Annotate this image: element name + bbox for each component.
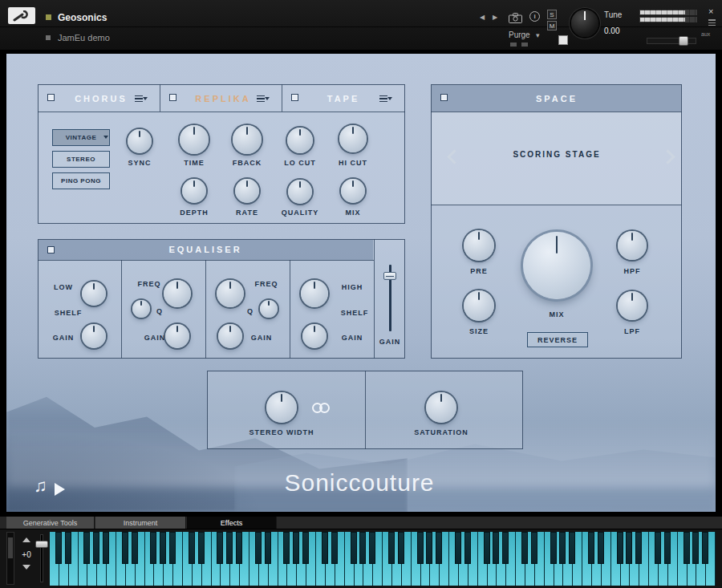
piano-white-key[interactable] — [412, 532, 421, 586]
piano-black-key[interactable] — [265, 532, 271, 564]
chorus-mode-vintage-button[interactable]: VINTAGE — [52, 129, 110, 146]
piano-white-key[interactable] — [545, 532, 554, 586]
piano-black-key[interactable] — [236, 532, 242, 564]
piano-black-key[interactable] — [359, 532, 366, 564]
piano-white-key[interactable] — [582, 532, 592, 586]
transpose-value[interactable]: +0 — [18, 550, 35, 559]
piano-black-key[interactable] — [103, 532, 109, 564]
piano-white-key[interactable] — [383, 532, 392, 586]
piano-keyboard[interactable] — [50, 532, 716, 586]
rate-knob[interactable] — [235, 179, 259, 203]
close-icon[interactable]: × — [708, 6, 713, 16]
locut-knob[interactable] — [287, 128, 313, 153]
piano-white-key[interactable] — [249, 532, 259, 586]
prev-instrument-icon[interactable]: ◀ — [480, 14, 485, 21]
piano-black-key[interactable] — [351, 532, 357, 564]
tab-generative-tools[interactable]: Generative Tools — [6, 517, 95, 529]
eq-low-gain-knob[interactable] — [82, 324, 106, 348]
aux-label[interactable]: aux — [701, 31, 710, 37]
eq-high-gain-knob[interactable] — [302, 324, 327, 348]
piano-black-key[interactable] — [93, 532, 99, 564]
piano-black-key[interactable] — [255, 532, 262, 564]
piano-black-key[interactable] — [426, 532, 432, 564]
chorus-mode-stereo-button[interactable]: STEREO — [52, 151, 110, 168]
piano-black-key[interactable] — [122, 532, 128, 564]
piano-black-key[interactable] — [588, 532, 594, 564]
piano-white-key[interactable] — [449, 532, 459, 586]
eq-band3-q-knob[interactable] — [260, 300, 278, 318]
piano-black-key[interactable] — [160, 532, 166, 564]
piano-black-key[interactable] — [198, 532, 205, 564]
tune-value[interactable]: 0.00 — [604, 26, 619, 35]
piano-white-key[interactable] — [145, 532, 155, 586]
piano-white-key[interactable] — [116, 532, 126, 586]
piano-black-key[interactable] — [417, 532, 424, 564]
quality-knob[interactable] — [288, 180, 312, 204]
chorus-preset-menu-icon[interactable] — [135, 95, 148, 103]
piano-black-key[interactable] — [83, 532, 90, 564]
piano-black-key[interactable] — [464, 532, 471, 564]
instrument-title[interactable]: Geosonics — [58, 12, 107, 23]
piano-black-key[interactable] — [302, 532, 309, 564]
tune-knob[interactable] — [571, 10, 598, 37]
pitch-slider-handle[interactable] — [35, 541, 48, 548]
piano-black-key[interactable] — [132, 532, 138, 564]
tape-enable-checkbox[interactable] — [291, 94, 298, 101]
volume-slider-track[interactable] — [647, 38, 696, 44]
sync-knob[interactable] — [128, 129, 152, 153]
hicut-knob[interactable] — [339, 125, 367, 152]
transpose-down-icon[interactable] — [22, 565, 30, 570]
piano-black-key[interactable] — [664, 532, 671, 564]
eq-band3-freq-knob[interactable] — [217, 280, 244, 307]
piano-white-key[interactable] — [316, 532, 326, 586]
piano-black-key[interactable] — [150, 532, 156, 564]
eq-output-gain-slider-handle[interactable] — [383, 272, 396, 280]
piano-white-key[interactable] — [79, 532, 88, 586]
stereo-link-icon[interactable] — [319, 403, 330, 413]
keyboard-scrollbar[interactable] — [6, 532, 14, 585]
wrench-button[interactable] — [8, 7, 35, 24]
patch-name[interactable]: JamEu demo — [58, 33, 110, 43]
piano-black-key[interactable] — [598, 532, 604, 564]
depth-knob[interactable] — [182, 179, 206, 203]
piano-black-key[interactable] — [635, 532, 642, 564]
eq-band3-gain-knob[interactable] — [218, 324, 242, 348]
piano-white-key[interactable] — [478, 532, 488, 586]
equaliser-enable-checkbox[interactable] — [47, 246, 55, 253]
size-knob[interactable] — [464, 290, 494, 321]
transpose-up-icon[interactable] — [22, 537, 30, 542]
piano-black-key[interactable] — [331, 532, 338, 564]
piano-black-key[interactable] — [569, 532, 575, 564]
solo-button[interactable]: S — [547, 10, 557, 19]
piano-black-key[interactable] — [283, 532, 290, 564]
tab-effects[interactable]: Effects — [187, 517, 277, 529]
tab-instrument[interactable]: Instrument — [95, 517, 186, 529]
piano-black-key[interactable] — [531, 532, 537, 564]
time-knob[interactable] — [180, 125, 209, 154]
piano-black-key[interactable] — [626, 532, 632, 564]
scroll-lines-icon[interactable] — [708, 19, 716, 26]
piano-black-key[interactable] — [683, 532, 690, 564]
piano-black-key[interactable] — [559, 532, 566, 564]
piano-black-key[interactable] — [65, 532, 71, 564]
lpf-knob[interactable] — [618, 291, 647, 320]
tape-mix-knob[interactable] — [341, 179, 365, 203]
piano-black-key[interactable] — [189, 532, 195, 564]
keyboard-scrollbar-handle[interactable] — [8, 537, 13, 558]
space-mix-knob[interactable] — [523, 232, 590, 299]
hpf-knob[interactable] — [618, 231, 647, 260]
piano-black-key[interactable] — [55, 532, 62, 564]
eq-high-shelf-knob[interactable] — [301, 280, 328, 307]
tape-preset-menu-icon[interactable] — [379, 95, 392, 103]
purge-caret-icon[interactable]: ▾ — [536, 31, 540, 39]
purge-label[interactable]: Purge — [509, 30, 530, 39]
volume-slider-handle[interactable] — [679, 36, 688, 46]
piano-white-key[interactable] — [278, 532, 288, 586]
piano-white-key[interactable] — [212, 532, 221, 586]
piano-black-key[interactable] — [369, 532, 375, 564]
piano-black-key[interactable] — [692, 532, 699, 564]
space-preset-name[interactable]: SCORING STAGE — [513, 150, 600, 159]
piano-black-key[interactable] — [436, 532, 442, 564]
piano-black-key[interactable] — [293, 532, 299, 564]
midi-config-icon[interactable] — [521, 43, 528, 47]
